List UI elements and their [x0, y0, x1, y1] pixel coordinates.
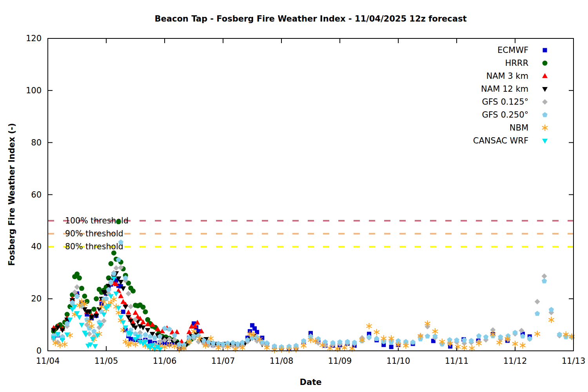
legend-label: GFS 0.125° — [482, 97, 528, 107]
y-tick-label: 40 — [31, 242, 42, 251]
x-tick-label: 11/13 — [562, 356, 586, 366]
x-tick-label: 11/08 — [270, 356, 294, 366]
legend-item: HRRR — [505, 58, 547, 68]
legend-item: GFS 0.250° — [482, 110, 547, 120]
legend-label: CANSAC WRF — [473, 136, 528, 145]
x-tick-label: 11/06 — [153, 356, 177, 366]
y-tick-label: 120 — [26, 34, 42, 43]
y-tick-label: 0 — [36, 346, 42, 356]
y-tick-label: 60 — [31, 190, 42, 200]
threshold-label: 90% threshold — [65, 229, 123, 238]
legend-label: GFS 0.250° — [482, 110, 528, 120]
legend-label: NAM 12 km — [481, 84, 528, 94]
series-ecmwf — [51, 274, 532, 351]
legend-label: ECMWF — [497, 45, 528, 55]
threshold-label: 80% threshold — [65, 242, 123, 251]
legend-label: HRRR — [505, 58, 528, 68]
x-tick-label: 11/04 — [36, 356, 60, 366]
chart-figure: Beacon Tap - Fosberg Fire Weather Index … — [0, 0, 588, 392]
x-tick-label: 11/10 — [387, 356, 410, 366]
legend-item: GFS 0.125° — [482, 97, 548, 107]
y-tick-label: 100 — [26, 86, 42, 95]
legend-item: NAM 3 km — [486, 71, 548, 81]
legend-label: NAM 3 km — [486, 71, 528, 81]
x-tick-label: 11/11 — [445, 356, 469, 366]
legend-item: ECMWF — [497, 45, 547, 55]
x-tick-label: 11/09 — [328, 356, 352, 366]
legend-item: NBM — [510, 123, 548, 132]
y-tick-label: 20 — [31, 294, 42, 303]
legend-item: CANSAC WRF — [473, 136, 548, 145]
y-tick-label: 80 — [31, 138, 42, 147]
x-tick-label: 11/12 — [503, 356, 527, 366]
x-tick-label: 11/07 — [211, 356, 235, 366]
legend-label: NBM — [510, 123, 528, 132]
x-tick-label: 11/05 — [94, 356, 118, 366]
legend-item: NAM 12 km — [481, 84, 548, 94]
plot-area: 11/0411/0511/0611/0711/0811/0911/1011/11… — [0, 0, 588, 392]
